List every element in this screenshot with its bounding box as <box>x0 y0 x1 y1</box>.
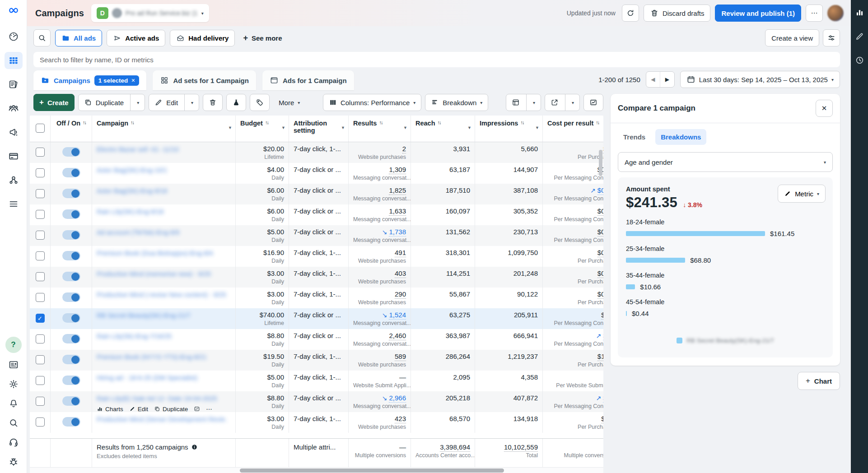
table-row[interactable]: Premium Book (NYYS YTS)-Eng-8/21 $19.50D… <box>30 350 603 371</box>
row-checkbox[interactable]: ✓ <box>36 314 45 323</box>
campaign-toggle[interactable] <box>62 168 80 177</box>
rail-insights[interactable] <box>854 6 865 18</box>
more-options-button[interactable]: ⋯ <box>806 5 823 22</box>
date-range-button[interactable]: Last 30 days: Sep 14, 2025 – Oct 13, 202… <box>680 71 840 88</box>
view-settings-button[interactable] <box>823 29 840 46</box>
account-selector[interactable]: D Pro ad Run Service.biz (18... ▾ <box>91 4 209 22</box>
table-row[interactable]: Rain Lily(SK)-Eng-9/18 $6.00Daily 7-day … <box>30 204 603 225</box>
sort-icon[interactable]: ↑↓ <box>131 120 134 125</box>
column-menu-icon[interactable]: ▼ <box>281 125 285 130</box>
selected-count-badge[interactable]: 1 selected ✕ <box>94 75 140 86</box>
campaign-name-link[interactable]: Productive Mind (memorise new) - 9/25 <box>97 270 211 278</box>
see-more-button[interactable]: +See more <box>239 33 285 43</box>
nav-audiences[interactable] <box>5 100 23 117</box>
column-header-campaign[interactable]: Campaign↑↓ ▼ <box>92 116 236 142</box>
campaign-toggle[interactable] <box>62 147 80 157</box>
tab-ads-for-1-campaign[interactable]: Ads for 1 Campaign <box>262 70 354 90</box>
sort-icon[interactable]: ↑↓ <box>379 120 382 125</box>
ab-test-button[interactable] <box>226 94 246 111</box>
nav-report-problem[interactable] <box>5 454 23 469</box>
horizontal-scrollbar-thumb[interactable] <box>240 468 504 473</box>
row-edit-button[interactable]: Edit <box>129 406 148 413</box>
panel-tab-breakdowns[interactable]: Breakdowns <box>655 129 706 145</box>
review-publish-button[interactable]: Review and publish (1) <box>715 5 801 22</box>
campaign-name-link[interactable]: Astor Bag(SK)-Eng-10/1 <box>97 167 167 174</box>
row-checkbox[interactable] <box>36 293 45 302</box>
row-charts-button[interactable]: Charts <box>97 406 123 413</box>
table-row[interactable]: Productive Mind (Sense Development Revie… <box>30 412 603 433</box>
campaign-toggle[interactable] <box>62 396 80 406</box>
more-button[interactable]: More▾ <box>273 94 305 111</box>
campaign-toggle[interactable] <box>62 355 80 364</box>
campaign-toggle[interactable] <box>62 334 80 343</box>
campaign-toggle[interactable] <box>62 209 80 219</box>
nav-business-assets[interactable] <box>5 172 23 189</box>
campaign-toggle[interactable] <box>62 292 80 302</box>
campaign-name-link[interactable]: RB Secret Beauty(SK)-Eng-21/7 <box>97 312 191 319</box>
campaign-name-link[interactable]: Rain Lily(SK)-Eng-9/18 <box>97 208 163 215</box>
panel-tab-trends[interactable]: Trends <box>618 129 651 145</box>
row-checkbox[interactable] <box>36 168 45 177</box>
table-row[interactable]: Premium Book (Dua Bishopjos)-Eng-8/4 $16… <box>30 246 603 267</box>
nav-pages[interactable] <box>5 76 23 93</box>
row-checkbox[interactable] <box>36 251 45 260</box>
column-menu-icon[interactable]: ▼ <box>403 125 407 130</box>
tab-campaigns[interactable]: Campaigns 1 selected ✕ <box>33 70 146 90</box>
nav-notifications[interactable] <box>5 396 23 411</box>
sort-icon[interactable]: ↑↓ <box>596 120 599 125</box>
create-button[interactable]: +Create <box>33 94 75 111</box>
nav-campaigns[interactable] <box>5 52 23 69</box>
campaign-name-link[interactable]: Productive Mind (-revise New content) - … <box>97 291 226 298</box>
meta-logo-icon[interactable] <box>6 5 21 16</box>
filter-chip-had-delivery[interactable]: Had delivery <box>170 30 235 46</box>
row-checkbox[interactable] <box>36 376 45 385</box>
column-header-cost-per-result[interactable]: Cost per result↑↓ <box>543 116 603 142</box>
row-checkbox[interactable] <box>36 417 45 427</box>
campaign-name-link[interactable]: Hiring ad - 18-6-25 (DM Specialist) <box>97 374 197 381</box>
metric-button[interactable]: Metric▾ <box>778 185 826 203</box>
table-row[interactable]: Productive Mind (memorise new) - 9/25 $3… <box>30 267 603 288</box>
next-page-button[interactable]: ▶ <box>660 72 674 87</box>
row-checkbox[interactable] <box>36 210 45 219</box>
filter-chip-active-ads[interactable]: Active ads <box>107 30 165 46</box>
profile-avatar[interactable] <box>827 5 844 21</box>
filter-search-button[interactable] <box>33 29 51 46</box>
campaign-name-link[interactable]: Rain Lily(E) Sale Ad 12- Date 19-04-2025 <box>97 395 217 402</box>
campaign-toggle[interactable] <box>62 189 80 198</box>
column-header-results[interactable]: Results↑↓ ▼ <box>349 116 411 142</box>
sort-icon[interactable]: ↑↓ <box>520 120 523 125</box>
charts-toggle-button[interactable] <box>583 94 603 111</box>
table-row[interactable]: ✓ RB Secret Beauty(SK)-Eng-21/7 $740.00L… <box>30 308 603 329</box>
nav-search[interactable] <box>5 415 23 431</box>
breakdown-button[interactable]: Breakdown▾ <box>425 94 488 111</box>
row-duplicate-button[interactable]: Duplicate <box>154 406 188 413</box>
column-menu-icon[interactable]: ▼ <box>228 125 232 130</box>
nav-updates[interactable] <box>5 357 23 372</box>
campaign-toggle[interactable] <box>62 417 80 427</box>
row-checkbox[interactable] <box>36 231 45 240</box>
column-menu-icon[interactable]: ▼ <box>341 125 345 130</box>
tab-ad-sets-for-1-campaign[interactable]: Ad sets for 1 Campaign <box>153 70 256 90</box>
edit-button[interactable]: Edit▾ <box>149 94 199 111</box>
column-header-attribution-setting[interactable]: Attribution setting ▼ <box>289 116 349 142</box>
sort-icon[interactable]: ↑↓ <box>83 120 86 125</box>
row-checkbox[interactable] <box>36 355 45 364</box>
campaign-name-link[interactable]: Electro Bazar sell -01 -11/10 <box>97 146 179 153</box>
rail-history[interactable] <box>854 54 865 66</box>
clear-selection-icon[interactable]: ✕ <box>131 78 135 83</box>
row-checkbox[interactable] <box>36 148 45 157</box>
refresh-button[interactable] <box>622 5 639 22</box>
sort-icon[interactable]: ↑↓ <box>438 120 441 125</box>
discard-drafts-button[interactable]: Discard drafts <box>644 5 711 22</box>
filter-chip-all-ads[interactable]: All ads <box>55 30 102 46</box>
campaign-toggle[interactable] <box>62 230 80 240</box>
table-row[interactable]: Ad account (TikTok)-Eng-9/9 $5.00Daily 7… <box>30 225 603 246</box>
column-menu-icon[interactable]: ▼ <box>535 125 539 130</box>
campaign-toggle[interactable] <box>62 313 80 323</box>
table-row[interactable]: Astor Bag(SK)-Eng-10/1 $4.00Daily 7-day … <box>30 163 603 184</box>
column-header-off-on[interactable]: Off / On↑↓ <box>51 116 92 142</box>
reports-button[interactable]: ▾ <box>506 94 541 111</box>
row-export-chart-button[interactable] <box>194 406 200 412</box>
add-chart-button[interactable]: +Chart <box>798 372 840 390</box>
row-checkbox[interactable] <box>36 272 45 281</box>
